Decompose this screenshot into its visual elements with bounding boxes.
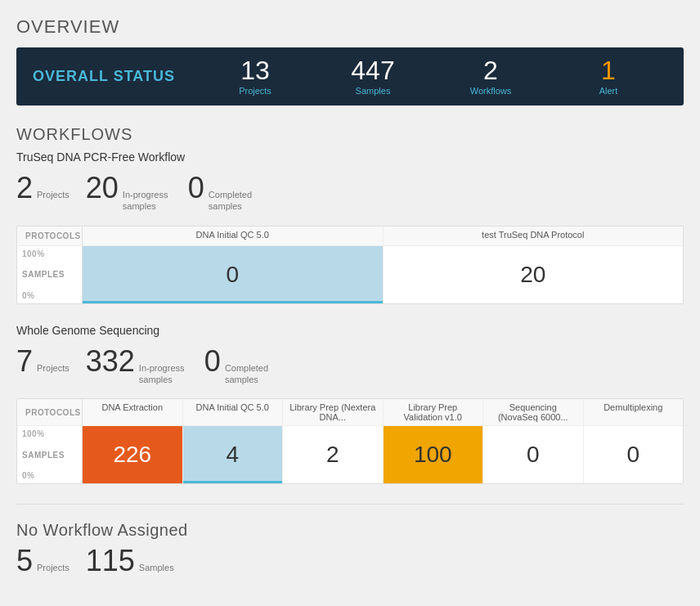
workflow-2-sample-2: 2 <box>283 426 384 483</box>
stat-samples: 447 Samples <box>314 57 432 96</box>
workflow-1-samples-row: 100% SAMPLES 0% 0 20 <box>17 246 683 303</box>
workflow-2-protocol-0: DNA Extraction <box>83 399 183 425</box>
workflow-2: Whole Genome Sequencing 7 Projects 332 I… <box>16 324 684 485</box>
scale-0: 0% <box>22 291 34 300</box>
workflow-1-completed-number: 0 <box>188 173 204 203</box>
stat-samples-label: Samples <box>356 86 391 96</box>
sample-bar <box>83 301 383 303</box>
workflow-2-samples-row: 100% SAMPLES 0% 226 4 2 100 0 <box>17 426 683 483</box>
workflows-section: WORKFLOWS TruSeq DNA PCR-Free Workflow 2… <box>16 125 684 484</box>
workflow-2-inprogress-group: 332 In-progress samples <box>86 347 188 386</box>
workflow-2-inprogress-label: In-progress samples <box>139 362 188 386</box>
workflows-section-title: WORKFLOWS <box>16 125 684 144</box>
overview-title: OVERVIEW <box>16 16 684 38</box>
no-workflow-stats: 5 Projects 115 Samples <box>16 546 684 576</box>
workflow-1-protocols-row: PROTOCOLS DNA Initial QC 5.0 test TruSeq… <box>17 227 683 246</box>
workflow-1-inprogress-group: 20 In-progress samples <box>86 173 172 213</box>
workflow-1-name: TruSeq DNA PCR-Free Workflow <box>16 150 684 164</box>
workflow-1-projects-number: 2 <box>16 173 33 203</box>
protocols-col-label-2: PROTOCOLS <box>17 399 83 425</box>
stat-samples-number: 447 <box>351 57 394 83</box>
no-workflow-section: No Workflow Assigned 5 Projects 115 Samp… <box>16 521 684 576</box>
no-workflow-projects-group: 5 Projects <box>16 546 70 576</box>
scale-0-2: 0% <box>22 471 34 480</box>
workflow-1-inprogress-label: In-progress samples <box>123 189 172 213</box>
workflow-2-protocol-5: Demultiplexing <box>584 399 684 425</box>
workflow-2-protocol-1: DNA Initial QC 5.0 <box>183 399 284 425</box>
no-workflow-projects-label: Projects <box>37 562 70 573</box>
workflow-1-projects-group: 2 Projects <box>16 173 70 203</box>
stat-workflows-label: Workflows <box>470 86 512 96</box>
no-workflow-samples-label: Samples <box>139 562 174 573</box>
workflow-2-completed-label: Completed samples <box>225 362 274 386</box>
protocols-col-label: PROTOCOLS <box>17 227 83 245</box>
stat-projects-label: Projects <box>239 86 271 96</box>
workflow-1: TruSeq DNA PCR-Free Workflow 2 Projects … <box>16 150 684 304</box>
workflow-1-table: PROTOCOLS DNA Initial QC 5.0 test TruSeq… <box>16 226 684 304</box>
workflow-2-sample-1: 4 <box>183 426 284 483</box>
workflow-2-protocols-row: PROTOCOLS DNA Extraction DNA Initial QC … <box>17 399 683 426</box>
workflow-1-projects-label: Projects <box>37 189 70 200</box>
stat-alert: 1 Alert <box>550 57 667 96</box>
workflow-2-protocol-2: Library Prep (Nextera DNA... <box>283 399 384 425</box>
workflow-1-stats: 2 Projects 20 In-progress samples 0 Comp… <box>16 173 684 213</box>
workflow-2-sample-4: 0 <box>483 426 584 483</box>
stat-projects-number: 13 <box>240 57 270 83</box>
overall-status-label: OVERALL STATUS <box>33 68 196 85</box>
overall-status-bar: OVERALL STATUS 13 Projects 447 Samples 2… <box>16 47 684 105</box>
workflow-1-protocol-1: test TruSeq DNA Protocol <box>384 227 684 245</box>
workflow-2-protocol-3: Library Prep Validation v1.0 <box>384 399 484 425</box>
section-divider <box>16 504 684 505</box>
workflow-2-projects-number: 7 <box>16 347 33 376</box>
workflow-2-projects-group: 7 Projects <box>16 347 70 376</box>
workflow-2-stats: 7 Projects 332 In-progress samples 0 Com… <box>16 347 684 386</box>
no-workflow-projects-number: 5 <box>16 546 33 576</box>
no-workflow-samples-number: 115 <box>86 546 135 576</box>
samples-col-label-2: 100% SAMPLES 0% <box>17 426 83 483</box>
samples-text: SAMPLES <box>22 270 65 279</box>
workflow-2-completed-group: 0 Completed samples <box>204 347 274 386</box>
workflow-1-sample-0: 0 <box>83 246 384 303</box>
samples-text-2: SAMPLES <box>22 451 65 460</box>
workflow-1-completed-group: 0 Completed samples <box>188 173 258 213</box>
scale-100: 100% <box>22 249 45 258</box>
workflow-1-sample-1: 20 <box>384 246 684 303</box>
stat-alert-label: Alert <box>599 86 618 96</box>
samples-col-label: 100% SAMPLES 0% <box>17 246 83 303</box>
workflow-2-table: PROTOCOLS DNA Extraction DNA Initial QC … <box>16 398 684 484</box>
workflow-1-completed-label: Completed samples <box>209 189 258 213</box>
stat-projects: 13 Projects <box>196 57 314 96</box>
stat-workflows: 2 Workflows <box>432 57 550 96</box>
workflow-2-sample-5: 0 <box>584 426 684 483</box>
no-workflow-samples-group: 115 Samples <box>86 546 174 576</box>
stat-workflows-number: 2 <box>483 57 498 83</box>
workflow-2-sample-3: 100 <box>384 426 484 483</box>
workflow-1-inprogress-number: 20 <box>86 173 119 203</box>
workflow-2-inprogress-number: 332 <box>86 347 135 376</box>
stat-alert-number: 1 <box>601 57 616 83</box>
workflow-2-completed-number: 0 <box>204 347 221 376</box>
scale-100-2: 100% <box>22 429 45 438</box>
sample-bar-2 <box>183 481 283 483</box>
workflow-2-projects-label: Projects <box>37 362 70 374</box>
workflow-2-sample-0: 226 <box>83 426 183 483</box>
workflow-2-protocol-4: Sequencing (NovaSeq 6000... <box>483 399 584 425</box>
no-workflow-title: No Workflow Assigned <box>16 521 684 540</box>
workflow-2-name: Whole Genome Sequencing <box>16 324 684 337</box>
workflow-1-protocol-0: DNA Initial QC 5.0 <box>83 227 384 245</box>
